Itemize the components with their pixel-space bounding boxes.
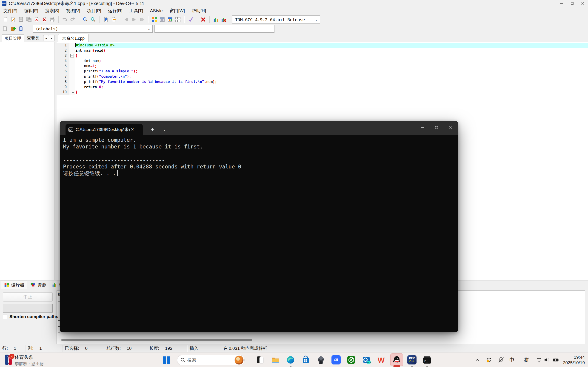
syntax-check-icon[interactable] xyxy=(187,16,194,23)
taskbar-news-widget[interactable]: 4 体育头条 季前赛：恩比德... xyxy=(5,354,47,367)
compile-and-run-icon[interactable] xyxy=(166,16,174,23)
ime-pinyin-button[interactable]: 拼 xyxy=(523,356,530,363)
menu-item-6[interactable]: 运行[R] xyxy=(105,7,126,15)
menu-item-2[interactable]: 编辑[E] xyxy=(21,7,42,15)
compile-icon[interactable] xyxy=(151,16,158,23)
taskbar-app-gem-app[interactable] xyxy=(314,353,327,366)
abort-compilation-icon[interactable] xyxy=(199,16,207,23)
sidebar-tab-project[interactable]: 项目管理 xyxy=(2,34,24,42)
close-button[interactable] xyxy=(577,0,588,7)
taskbar-app-qq[interactable] xyxy=(390,353,403,366)
forward-icon[interactable] xyxy=(130,16,138,23)
ime-language-button[interactable]: 中 xyxy=(508,356,515,363)
taskbar-app-wps-office[interactable]: W xyxy=(375,353,388,366)
tab-close-icon[interactable]: ✕ xyxy=(131,127,134,132)
taskbar-search[interactable]: 搜索 xyxy=(177,355,244,365)
sidebar-tab-classes[interactable]: 查看类 xyxy=(24,34,42,42)
taskbar-app-outlook-new[interactable]: NEW xyxy=(360,353,373,366)
line-number: 4 xyxy=(57,58,69,64)
tray-network-button[interactable] xyxy=(536,356,543,363)
console-output[interactable]: I am a simple computer.My favorite numbe… xyxy=(60,135,458,332)
print-icon[interactable] xyxy=(48,16,56,23)
find-icon[interactable] xyxy=(81,16,89,23)
menu-item-10[interactable]: 帮助[H] xyxy=(188,7,210,15)
taskbar-app-xbox[interactable] xyxy=(345,353,358,366)
code-line-10: 10} xyxy=(57,90,588,95)
taskbar-app-microsoft-store[interactable] xyxy=(299,353,312,366)
taskbar-app-edge[interactable] xyxy=(284,353,297,366)
tab-scroll-right-button[interactable]: ▸ xyxy=(49,35,54,41)
console-maximize-button[interactable] xyxy=(429,121,444,134)
start-button[interactable] xyxy=(161,355,172,365)
taskbar-app-terminal[interactable]: >_ xyxy=(421,353,434,366)
shorten-paths-checkbox[interactable] xyxy=(3,315,7,319)
redo-icon[interactable] xyxy=(69,16,76,23)
cmd-icon: C:\ xyxy=(68,127,73,132)
undo-icon[interactable] xyxy=(61,16,69,23)
code-text: num=1; xyxy=(76,64,588,69)
profile-analysis-icon[interactable] xyxy=(212,16,220,23)
remove-from-project-icon[interactable] xyxy=(17,25,25,32)
new-file-icon[interactable] xyxy=(1,16,9,23)
replace-icon[interactable] xyxy=(89,16,97,23)
line-number: 2 xyxy=(57,48,69,53)
goto-line-icon[interactable] xyxy=(102,16,110,23)
close-icon[interactable] xyxy=(33,16,41,23)
fold-marker xyxy=(69,90,76,95)
svg-text:>_: >_ xyxy=(424,359,428,362)
console-titlebar[interactable]: C:\ C:\Users\17396\Desktop\未命名 ✕ + ⌄ xyxy=(60,121,458,135)
new-unit-icon[interactable] xyxy=(1,25,9,32)
taskbar-app-slash-a-app[interactable]: /A xyxy=(330,353,343,366)
bottom-tab-compiler[interactable]: 编译器 xyxy=(1,281,27,289)
fold-margin xyxy=(69,43,76,48)
close-all-icon[interactable] xyxy=(41,16,48,23)
fold-marker[interactable] xyxy=(69,53,76,58)
incremental-search-icon[interactable] xyxy=(110,16,118,23)
console-minimize-button[interactable] xyxy=(415,121,429,134)
tray-expand-button[interactable] xyxy=(474,356,481,363)
running-indicator xyxy=(426,366,428,367)
taskbar-clock[interactable]: 19:44 2025/10/19 xyxy=(563,355,585,366)
menu-item-3[interactable]: 搜索[S] xyxy=(42,7,63,15)
back-icon[interactable] xyxy=(122,16,130,23)
taskbar-app-widgets[interactable] xyxy=(254,353,267,366)
project-manager-panel[interactable] xyxy=(0,42,55,280)
bottom-tab-resources[interactable]: 资源 xyxy=(27,281,49,289)
editor-tab-unnamed1[interactable]: 未命名1.cpp xyxy=(58,34,89,42)
member-select[interactable] xyxy=(154,25,275,33)
menu-item-5[interactable]: 项目[P] xyxy=(84,7,105,15)
open-file-icon[interactable] xyxy=(9,16,17,23)
maximize-button[interactable] xyxy=(567,0,577,7)
globals-select[interactable]: (globals) ⌄ xyxy=(33,25,153,33)
menu-item-7[interactable]: 工具[T] xyxy=(126,7,146,15)
minimize-button[interactable] xyxy=(556,0,567,7)
menu-item-9[interactable]: 窗口[W] xyxy=(166,7,188,15)
tray-touchpad-button[interactable] xyxy=(497,356,504,363)
tray-battery-button[interactable] xyxy=(553,356,560,363)
tab-scroll-left-button[interactable]: ◂ xyxy=(43,35,49,41)
fold-marker xyxy=(69,69,76,74)
rebuild-all-icon[interactable] xyxy=(174,16,182,23)
add-to-project-icon[interactable] xyxy=(9,25,17,32)
taskbar-app-dev-cpp[interactable]: DEVC++ xyxy=(405,353,418,366)
new-tab-button[interactable]: + xyxy=(151,126,154,132)
tray-volume-button[interactable] xyxy=(543,356,550,363)
abort-button[interactable]: 中止 xyxy=(3,292,53,301)
console-close-button[interactable] xyxy=(444,121,458,134)
running-indicator xyxy=(290,366,292,367)
tray-sync-button[interactable] xyxy=(486,356,492,363)
save-all-icon[interactable] xyxy=(25,16,33,23)
menu-item-8[interactable]: AStyle xyxy=(147,7,166,15)
save-icon[interactable] xyxy=(17,16,25,23)
taskbar-app-file-explorer[interactable] xyxy=(269,353,282,366)
insert-icon[interactable] xyxy=(138,16,146,23)
menu-item-1[interactable]: 文件[F] xyxy=(0,7,21,15)
run-icon[interactable] xyxy=(158,16,166,23)
compiler-select[interactable]: TDM-GCC 4.9.2 64-bit Release ⌄ xyxy=(232,15,320,24)
console-tab[interactable]: C:\ C:\Users\17396\Desktop\未命名 ✕ xyxy=(66,124,143,135)
delete-profiling-icon[interactable] xyxy=(220,16,227,23)
slash-a-app-icon: /A xyxy=(331,355,341,365)
tab-dropdown-icon[interactable]: ⌄ xyxy=(163,127,166,132)
menu-item-4[interactable]: 视图[V] xyxy=(63,7,84,15)
horizontal-scrollbar-thumb[interactable] xyxy=(61,339,252,341)
